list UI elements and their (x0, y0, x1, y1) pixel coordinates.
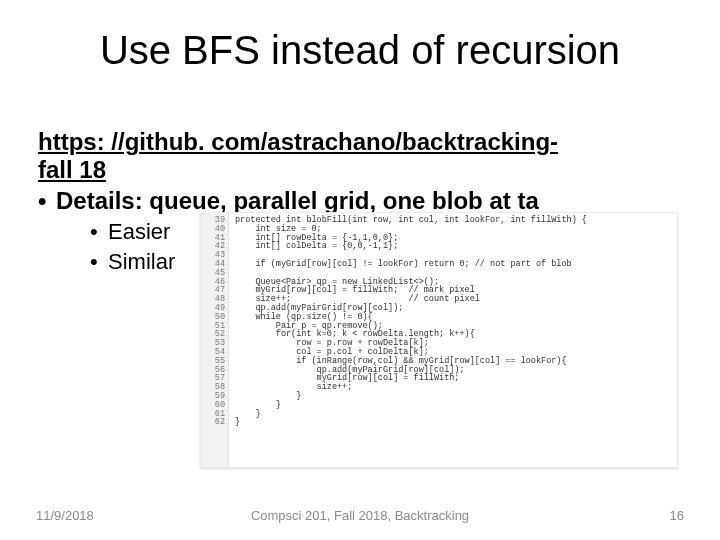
repo-link-line1: https: //github. com/astrachano/backtrac… (38, 128, 558, 155)
bullet-dot-icon: • (90, 219, 108, 245)
footer-center: Compsci 201, Fall 2018, Backtracking (0, 508, 720, 523)
code-screenshot: 39 40 41 42 43 44 45 46 47 48 49 50 51 5… (200, 212, 678, 468)
bullet-main-text: Details: queue, parallel grid, one blob … (56, 187, 539, 214)
bullet-dot-icon: • (90, 249, 108, 275)
footer-page-number: 16 (670, 508, 684, 523)
bullet-dot-icon: • (38, 187, 56, 215)
sub-bullet-2-text: Similar (108, 249, 175, 274)
bullet-main: • Details: queue, parallel grid, one blo… (38, 187, 682, 215)
sub-bullet-1-text: Easier (108, 219, 170, 244)
slide-footer: 11/9/2018 Compsci 201, Fall 2018, Backtr… (0, 508, 720, 526)
slide-title: Use BFS instead of recursion (0, 28, 720, 73)
slide: Use BFS instead of recursion https: //gi… (0, 0, 720, 540)
code-gutter: 39 40 41 42 43 44 45 46 47 48 49 50 51 5… (201, 213, 229, 467)
repo-link[interactable]: https: //github. com/astrachano/backtrac… (38, 128, 682, 183)
code-text: protected int blobFill(int row, int col,… (229, 213, 677, 467)
repo-link-line2: fall 18 (38, 156, 106, 183)
